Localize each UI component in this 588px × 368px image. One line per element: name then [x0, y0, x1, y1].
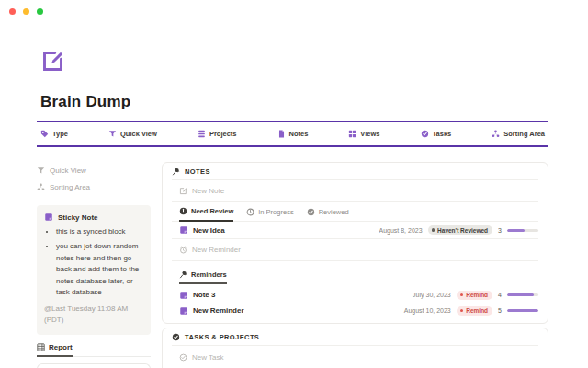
exclamation-circle-icon	[179, 207, 187, 215]
last-edited-mention: @Last Tuesday 11:08 AM (PDT)	[44, 304, 143, 326]
grid-icon	[348, 130, 356, 138]
tab-report[interactable]: Report	[37, 343, 73, 357]
clock-icon	[246, 208, 254, 216]
sidebar-item-sorting-area[interactable]: Sorting Area	[37, 178, 151, 195]
tab-need-review[interactable]: Need Review	[179, 207, 233, 222]
bullet-item: this is a synced block	[56, 226, 143, 237]
check-circle-icon	[179, 353, 187, 362]
tab-reminders[interactable]: Reminders	[179, 270, 227, 284]
status-badge: Remind	[457, 291, 492, 300]
sidebar-item-quick-view[interactable]: Quick View	[37, 162, 151, 178]
page-title: Brain Dump	[40, 93, 130, 111]
reminders-tab-row: Reminders	[172, 266, 538, 284]
compose-icon	[179, 187, 187, 195]
nav-item-quick-view[interactable]: Quick View	[108, 130, 157, 138]
page-icon	[277, 130, 286, 138]
sidebar: Quick View Sorting Area Sticky Note this…	[37, 162, 151, 368]
alarm-icon	[179, 246, 187, 254]
check-circle-icon	[172, 333, 180, 341]
progress-bar	[507, 293, 538, 296]
status-badge: Haven't Reviewed	[428, 225, 493, 235]
window-controls	[9, 8, 43, 15]
bullet-item: you can jot down random notes here and t…	[56, 241, 143, 298]
note-icon	[179, 225, 188, 235]
note-count: 4	[498, 292, 502, 298]
nav-item-views[interactable]: Views	[348, 130, 379, 138]
note-icon	[44, 213, 53, 222]
note-date: July 30, 2023	[413, 292, 451, 298]
tasks-title: TASKS & PROJECTS	[185, 333, 259, 341]
note-row-new-reminder[interactable]: New Reminder August 10, 2023 Remind 5	[172, 303, 538, 318]
tab-reviewed[interactable]: Reviewed	[307, 208, 349, 221]
pushpin-icon	[179, 270, 187, 279]
new-task-input[interactable]: New Task	[172, 346, 538, 368]
inbox-card: Inbox	[37, 363, 151, 368]
progress-bar	[507, 229, 538, 232]
zoom-window-icon[interactable]	[37, 8, 43, 15]
note-count: 3	[498, 227, 502, 234]
progress-bar	[507, 309, 538, 312]
nav-item-sorting-area[interactable]: Sorting Area	[492, 130, 545, 138]
status-badge: Remind	[457, 306, 492, 316]
sidebar-tab-row: Report	[37, 343, 151, 357]
notes-title: NOTES	[185, 167, 210, 176]
sticky-note-bullets: this is a synced block you can jot down …	[56, 226, 143, 298]
check-circle-icon	[421, 130, 429, 138]
tasks-header: TASKS & PROJECTS	[172, 328, 538, 346]
filter-icon	[108, 130, 117, 138]
minimize-window-icon[interactable]	[23, 8, 29, 15]
note-row-note-3[interactable]: Note 3 July 30, 2023 Remind 4	[172, 287, 538, 303]
pushpin-icon	[172, 167, 180, 176]
sticky-note-block[interactable]: Sticky Note this is a synced block you c…	[37, 205, 151, 335]
nav-item-type[interactable]: Type	[40, 130, 68, 138]
note-date: August 8, 2023	[379, 227, 422, 234]
filter-icon	[37, 167, 45, 175]
note-icon	[179, 306, 188, 316]
compose-page-icon	[40, 49, 65, 74]
notes-header: NOTES	[172, 163, 538, 180]
check-circle-icon	[307, 208, 315, 216]
nav-item-projects[interactable]: Projects	[198, 130, 237, 138]
new-note-input[interactable]: New Note	[172, 180, 538, 202]
layers-icon	[198, 130, 206, 138]
close-window-icon[interactable]	[9, 8, 16, 15]
new-reminder-input[interactable]: New Reminder	[172, 239, 538, 261]
tab-in-progress[interactable]: In Progress	[246, 208, 293, 221]
database-navbar: Type Quick View Projects Notes Views Tas…	[37, 121, 548, 147]
shapes-icon	[492, 130, 500, 138]
nav-item-tasks[interactable]: Tasks	[421, 130, 452, 138]
nav-item-notes[interactable]: Notes	[277, 130, 309, 138]
shapes-icon	[37, 183, 45, 191]
tasks-section: TASKS & PROJECTS New Task	[162, 328, 548, 368]
main-content: NOTES New Note Need Review In Progress R…	[162, 162, 548, 368]
notes-status-tabs: Need Review In Progress Reviewed	[172, 202, 538, 222]
notes-section: NOTES New Note Need Review In Progress R…	[162, 162, 548, 324]
tag-icon	[40, 130, 49, 138]
note-icon	[179, 291, 188, 300]
note-row-new-idea[interactable]: New Idea August 8, 2023 Haven't Reviewed…	[172, 222, 538, 239]
note-count: 5	[498, 307, 502, 314]
note-date: August 10, 2023	[404, 307, 451, 314]
sticky-note-title: Sticky Note	[58, 213, 98, 222]
table-icon	[37, 343, 45, 351]
